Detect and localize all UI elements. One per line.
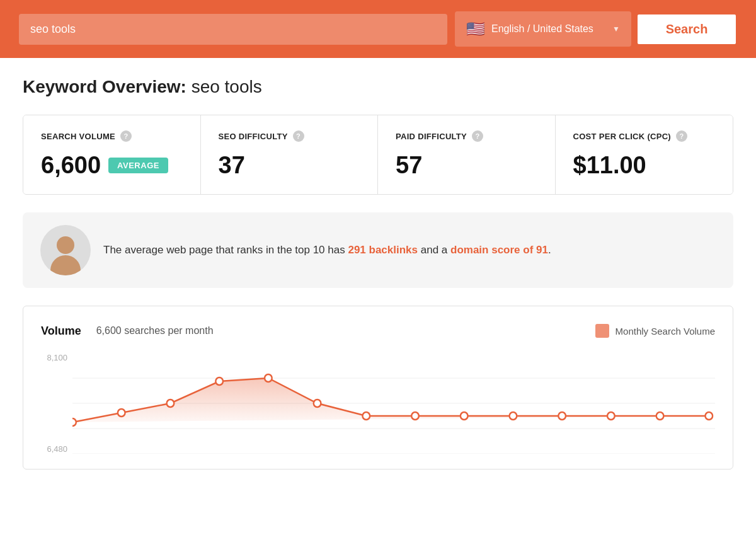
chart-legend: Monthly Search Volume <box>595 324 715 338</box>
chart-svg-area <box>72 353 715 456</box>
stat-label-search-volume: SEARCH VOLUME ? <box>41 130 183 142</box>
help-icon-search-volume[interactable]: ? <box>120 130 132 142</box>
svg-point-8 <box>265 374 272 382</box>
svg-point-13 <box>510 412 517 420</box>
avatar-figure <box>47 231 84 275</box>
avatar-head <box>57 236 74 254</box>
stat-label-seo-difficulty: SEO DIFFICULTY ? <box>219 130 360 142</box>
locale-label: English / United States <box>491 23 606 35</box>
stat-label-paid-difficulty: PAID DIFFICULTY ? <box>396 130 537 142</box>
svg-point-6 <box>167 400 175 407</box>
stat-value-paid-difficulty: 57 <box>396 152 537 179</box>
stat-card-seo-difficulty: SEO DIFFICULTY ? 37 <box>201 115 379 194</box>
svg-point-7 <box>215 377 223 385</box>
page-title: Keyword Overview: seo tools <box>23 77 733 97</box>
search-bar: 🇺🇸 English / United States ▼ Search <box>0 0 756 58</box>
stat-card-search-volume: SEARCH VOLUME ? 6,600 AVERAGE <box>23 115 201 194</box>
svg-point-14 <box>558 412 566 420</box>
chevron-down-icon: ▼ <box>612 25 620 33</box>
svg-point-12 <box>461 412 468 420</box>
svg-point-16 <box>656 412 664 420</box>
chart-container: 8,100 6,480 <box>41 353 715 456</box>
search-button[interactable]: Search <box>636 13 737 45</box>
stat-value-cpc: $11.00 <box>573 152 716 179</box>
chart-volume-label: Volume <box>41 325 81 338</box>
insight-text: The average web page that ranks in the t… <box>103 241 551 258</box>
svg-point-4 <box>72 418 76 426</box>
chart-header: Volume 6,600 searches per month Monthly … <box>41 324 715 338</box>
y-label-low: 6,480 <box>41 444 67 454</box>
svg-point-11 <box>411 412 419 420</box>
domain-score-highlight: domain score of 91 <box>450 244 548 256</box>
stat-label-cpc: COST PER CLICK (CPC) ? <box>573 130 716 142</box>
avatar <box>40 225 91 275</box>
y-label-high: 8,100 <box>41 353 67 362</box>
help-icon-paid-difficulty[interactable]: ? <box>472 130 483 142</box>
svg-point-5 <box>118 409 125 417</box>
flag-icon: 🇺🇸 <box>466 20 485 38</box>
legend-color-box <box>595 324 609 338</box>
stats-grid: SEARCH VOLUME ? 6,600 AVERAGE SEO DIFFIC… <box>23 115 733 195</box>
chart-section: Volume 6,600 searches per month Monthly … <box>23 306 733 469</box>
search-input[interactable] <box>19 14 447 45</box>
stat-card-cpc: COST PER CLICK (CPC) ? $11.00 <box>556 115 733 194</box>
stat-value-search-volume: 6,600 AVERAGE <box>41 152 183 179</box>
svg-point-17 <box>705 412 713 420</box>
svg-point-9 <box>314 400 321 407</box>
help-icon-cpc[interactable]: ? <box>676 130 687 142</box>
search-input-wrapper <box>19 14 450 45</box>
locale-selector[interactable]: 🇺🇸 English / United States ▼ <box>455 11 631 47</box>
insight-box: The average web page that ranks in the t… <box>23 212 733 288</box>
backlinks-highlight: 291 backlinks <box>348 244 418 256</box>
svg-point-15 <box>607 412 615 420</box>
legend-label: Monthly Search Volume <box>616 326 715 337</box>
chart-svg <box>72 353 715 454</box>
help-icon-seo-difficulty[interactable]: ? <box>293 130 304 142</box>
stat-value-seo-difficulty: 37 <box>219 152 360 179</box>
average-badge: AVERAGE <box>108 158 168 173</box>
avatar-body <box>50 255 81 275</box>
main-content: Keyword Overview: seo tools SEARCH VOLUM… <box>0 58 756 488</box>
svg-point-10 <box>362 412 370 420</box>
stat-card-paid-difficulty: PAID DIFFICULTY ? 57 <box>378 115 556 194</box>
chart-subtitle: 6,600 searches per month <box>96 325 595 337</box>
